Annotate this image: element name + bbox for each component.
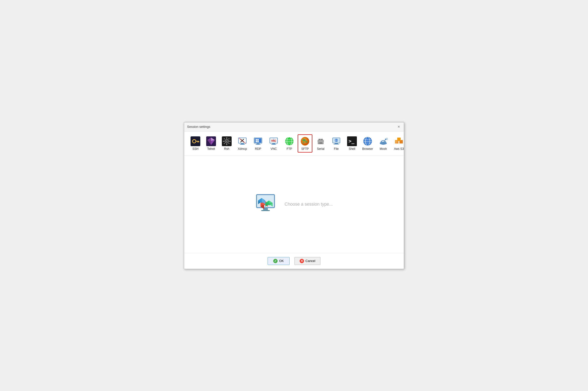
svg-text:>_: >_ — [349, 138, 355, 144]
svg-rect-57 — [320, 139, 321, 140]
vnc-icon: VNC V — [269, 136, 279, 146]
ok-icon: ✓ — [273, 259, 278, 263]
dialog-title: Session settings — [187, 125, 210, 128]
browser-label: Browser — [362, 147, 373, 151]
svg-rect-16 — [223, 141, 224, 142]
svg-rect-62 — [320, 142, 321, 143]
cancel-icon: ✕ — [300, 259, 304, 263]
svg-rect-17 — [229, 141, 231, 142]
svg-rect-31 — [256, 139, 257, 141]
svg-rect-35 — [257, 143, 260, 144]
svg-rect-69 — [335, 143, 338, 144]
svg-point-13 — [226, 141, 227, 142]
shell-label: Shell — [349, 147, 355, 151]
svg-rect-63 — [321, 142, 322, 143]
svg-rect-87 — [397, 138, 401, 141]
placeholder-monitor-icon — [255, 193, 280, 215]
session-item-file[interactable]: File — [329, 134, 344, 153]
session-item-mosh[interactable]: Mosh — [376, 134, 391, 153]
ok-label: OK — [279, 259, 284, 263]
footer: ✓ OK ✕ Cancel — [184, 253, 404, 269]
session-item-sftp[interactable]: SFTP — [298, 134, 312, 153]
vnc-label: VNC — [270, 147, 277, 151]
xdmcp-icon — [238, 136, 247, 146]
placeholder-text: Choose a session type... — [284, 202, 333, 207]
session-item-rdp[interactable]: RDP — [251, 134, 265, 153]
awss3-icon — [394, 136, 404, 146]
mosh-icon — [378, 136, 388, 146]
session-settings-dialog: Session settings × SSH — [184, 122, 404, 269]
shell-icon: >_ — [347, 136, 357, 146]
session-item-awss3[interactable]: Aws S3 — [392, 134, 404, 153]
mosh-label: Mosh — [380, 147, 387, 151]
telnet-icon — [206, 136, 216, 146]
svg-rect-70 — [334, 144, 339, 144]
awss3-label: Aws S3 — [394, 147, 404, 151]
session-item-xdmcp[interactable]: Xdmcp — [235, 134, 250, 153]
svg-rect-36 — [256, 144, 261, 145]
session-item-rsh[interactable]: Rsh — [219, 134, 234, 153]
session-item-browser[interactable]: Browser — [360, 134, 375, 153]
session-item-shell[interactable]: >_ Shell — [345, 134, 359, 153]
cancel-button[interactable]: ✕ Cancel — [294, 257, 321, 265]
svg-rect-32 — [257, 139, 259, 141]
title-bar: Session settings × — [184, 122, 404, 131]
svg-rect-41 — [272, 143, 275, 144]
svg-point-83 — [385, 139, 387, 140]
session-item-ssh[interactable]: SSH — [188, 134, 203, 153]
session-type-row: SSH Telnet — [184, 131, 404, 156]
svg-rect-60 — [322, 139, 323, 140]
file-icon — [331, 136, 341, 146]
ftp-icon — [284, 136, 294, 146]
ok-button[interactable]: ✓ OK — [267, 257, 290, 265]
svg-rect-99 — [261, 210, 270, 211]
placeholder-container: Choose a session type... — [255, 193, 333, 215]
svg-rect-24 — [241, 143, 244, 144]
serial-icon — [316, 136, 326, 146]
sftp-label: SFTP — [301, 147, 309, 151]
ftp-label: FTP — [287, 147, 292, 151]
svg-text:V: V — [273, 138, 274, 140]
svg-rect-25 — [240, 144, 245, 145]
ssh-label: SSH — [193, 147, 198, 151]
session-item-vnc[interactable]: VNC V VNC — [266, 134, 281, 153]
svg-rect-33 — [256, 141, 257, 142]
svg-rect-58 — [321, 139, 322, 140]
telnet-label: Telnet — [207, 147, 215, 151]
session-item-ftp[interactable]: FTP — [282, 134, 297, 153]
svg-rect-42 — [271, 144, 276, 145]
rdp-icon — [253, 136, 263, 146]
close-button[interactable]: × — [397, 124, 401, 129]
svg-rect-56 — [318, 140, 324, 143]
rsh-icon — [222, 136, 232, 146]
cancel-label: Cancel — [306, 259, 315, 263]
file-label: File — [334, 147, 338, 151]
rsh-label: Rsh — [224, 147, 229, 151]
svg-rect-34 — [257, 141, 259, 142]
svg-rect-59 — [319, 139, 320, 140]
browser-icon — [363, 136, 373, 146]
svg-rect-61 — [318, 143, 324, 144]
xdmcp-label: Xdmcp — [238, 147, 247, 151]
serial-label: Serial — [317, 147, 325, 151]
session-item-serial[interactable]: Serial — [313, 134, 328, 153]
sftp-icon — [300, 136, 310, 146]
session-item-telnet[interactable]: Telnet — [204, 134, 218, 153]
rdp-label: RDP — [255, 147, 261, 151]
svg-rect-14 — [226, 137, 227, 139]
ssh-icon — [191, 136, 200, 146]
svg-rect-15 — [226, 144, 227, 145]
content-area: Choose a session type... — [184, 156, 404, 253]
